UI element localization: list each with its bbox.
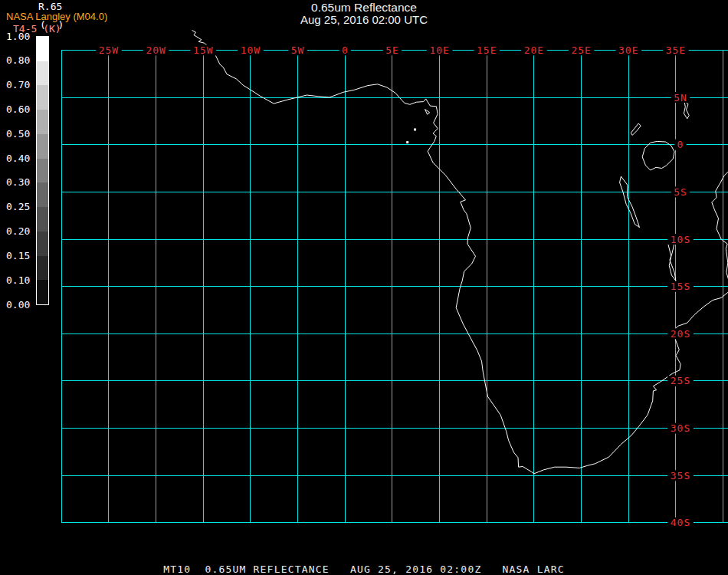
colorbar-segment <box>37 134 48 159</box>
longitude-label: 25W <box>99 44 119 56</box>
east-africa-coast <box>712 172 728 279</box>
longitude-label: 30E <box>618 44 638 56</box>
colorbar-tick-label: 0.80 <box>6 55 30 65</box>
longitude-label: 15E <box>477 44 497 56</box>
principe-island <box>414 128 416 130</box>
colorbar-segment <box>37 110 48 134</box>
title-block: 0.65um Reflectance Aug 25, 2016 02:00 UT… <box>0 2 728 26</box>
longitude-label: 10E <box>429 44 449 56</box>
colorbar-segment <box>37 159 48 183</box>
longitude-label: 5W <box>291 44 305 56</box>
source-label: NASA Langley (M04.0) <box>6 12 107 21</box>
bioko-island <box>425 110 430 115</box>
colorbar <box>36 36 49 305</box>
colorbar-segment <box>37 280 48 304</box>
colorbar-tick-label: 0.30 <box>6 177 30 187</box>
latitude-label: 5S <box>674 186 687 198</box>
colorbar-segment <box>37 256 48 281</box>
channel-label: T4-5 (K) <box>13 24 61 34</box>
colorbar-segment <box>37 232 48 256</box>
colorbar-tick-label: 0.50 <box>6 129 30 139</box>
africa-map: 25W20W15W10W5W05E10E15E20E25E30E35E5N05S… <box>0 0 728 575</box>
lake-albert <box>631 123 641 135</box>
map-title: 0.65um Reflectance <box>0 2 728 14</box>
colorbar-segment <box>37 182 48 207</box>
latitude-label: 0 <box>677 139 684 150</box>
colorbar-segment <box>37 61 48 86</box>
latitude-label: 15S <box>671 281 690 292</box>
longitude-label: 20W <box>146 44 166 56</box>
latitude-label: 35S <box>671 470 690 481</box>
colorbar-segment <box>37 85 48 110</box>
longitude-label: 10W <box>241 44 261 56</box>
lake-turkana <box>684 101 689 119</box>
latitude-label: 30S <box>671 422 690 434</box>
latitude-label: 20S <box>671 328 690 340</box>
satellite-map-product: 25W20W15W10W5W05E10E15E20E25E30E35E5N05S… <box>0 0 728 575</box>
colorbar-segment <box>37 37 48 61</box>
longitude-label: 15W <box>193 44 213 56</box>
colorbar-tick-label: 0.15 <box>6 251 30 261</box>
colorbar-tick-label: 0.70 <box>6 80 30 90</box>
colorbar-tick-label: 0.10 <box>6 275 30 285</box>
longitude-label: 35E <box>666 44 686 56</box>
longitude-label: 20E <box>524 44 544 56</box>
longitude-label: 25E <box>571 44 591 56</box>
colorbar-segment <box>37 207 48 232</box>
latitude-label: 25S <box>671 375 690 386</box>
latitude-label: 40S <box>671 517 690 528</box>
colorbar-tick-label: 0.00 <box>6 300 30 310</box>
map-subtitle: Aug 25, 2016 02:00 UTC <box>0 14 728 26</box>
lake-victoria <box>642 141 674 170</box>
footer-caption: MT10 0.65UM REFLECTANCE AUG 25, 2016 02:… <box>0 564 728 575</box>
africa-main-coast <box>192 31 728 474</box>
latitude-label: 10S <box>671 234 690 245</box>
longitude-label: 0 <box>342 44 349 56</box>
colorbar-tick-label: 0.40 <box>6 153 30 163</box>
longitude-label: 5E <box>385 44 399 56</box>
colorbar-tick-label: 0.20 <box>6 226 30 236</box>
colorbar-tick-label: 0.25 <box>6 202 30 212</box>
lake-tanganyika <box>620 176 640 228</box>
latitude-label: 5N <box>674 92 687 104</box>
colorbar-tick-label: 0.60 <box>6 104 30 114</box>
sao-tome-island <box>406 141 408 143</box>
